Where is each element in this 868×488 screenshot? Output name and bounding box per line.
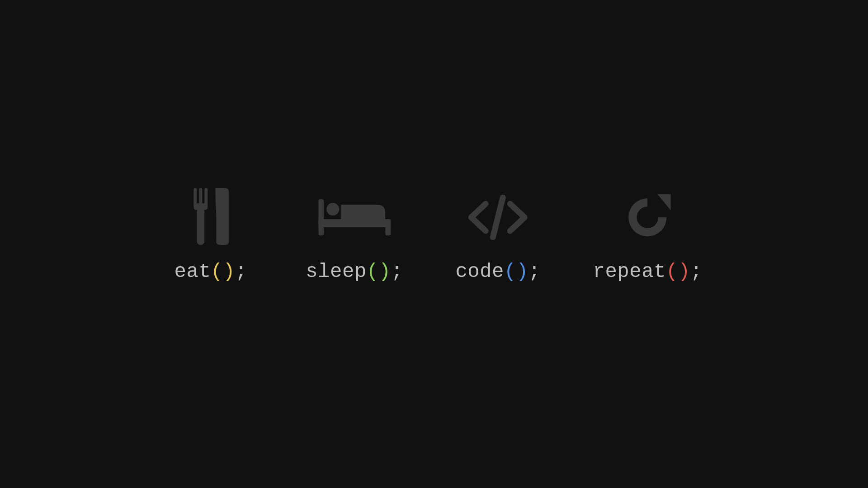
wallpaper-row: eat(); sleep(); — [165, 188, 702, 283]
refresh-icon — [603, 188, 693, 247]
label-repeat: repeat(); — [593, 260, 703, 283]
svg-marker-10 — [658, 194, 671, 211]
svg-rect-7 — [318, 219, 391, 227]
open-paren: ( — [666, 260, 678, 283]
fn-name: sleep — [306, 260, 367, 283]
close-paren: ) — [516, 260, 528, 283]
semicolon: ; — [235, 260, 247, 283]
label-code: code(); — [455, 260, 540, 283]
open-paren: ( — [211, 260, 223, 283]
open-paren: ( — [504, 260, 516, 283]
semicolon: ; — [690, 260, 703, 283]
label-sleep: sleep(); — [306, 260, 403, 283]
svg-rect-4 — [197, 208, 204, 245]
code-icon — [453, 188, 543, 247]
bed-icon — [309, 188, 400, 247]
open-paren: ( — [367, 260, 379, 283]
close-paren: ) — [223, 260, 235, 283]
semicolon: ; — [528, 260, 541, 283]
item-repeat: repeat(); — [593, 188, 703, 283]
item-sleep: sleep(); — [306, 188, 403, 283]
fn-name: eat — [175, 260, 211, 283]
label-eat: eat(); — [175, 260, 247, 283]
fn-name: repeat — [593, 260, 666, 283]
svg-rect-8 — [385, 219, 391, 235]
close-paren: ) — [678, 260, 690, 283]
fn-name: code — [455, 260, 504, 283]
item-eat: eat(); — [165, 188, 256, 283]
svg-point-6 — [326, 203, 339, 216]
item-code: code(); — [453, 188, 543, 283]
svg-rect-5 — [318, 199, 324, 235]
close-paren: ) — [379, 260, 391, 283]
fork-knife-icon — [165, 188, 256, 247]
svg-line-9 — [493, 197, 503, 237]
semicolon: ; — [391, 260, 403, 283]
